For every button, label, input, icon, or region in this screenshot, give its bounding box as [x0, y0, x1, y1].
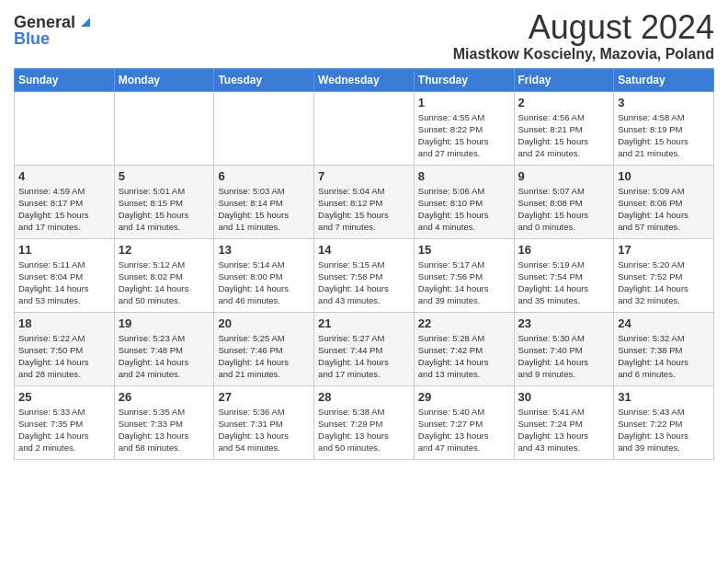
- table-row: 10Sunrise: 5:09 AMSunset: 8:06 PMDayligh…: [614, 165, 714, 238]
- day-number: 20: [218, 316, 310, 330]
- cell-info: Sunrise: 5:12 AMSunset: 8:02 PMDaylight:…: [119, 259, 210, 307]
- table-row: 28Sunrise: 5:38 AMSunset: 7:29 PMDayligh…: [314, 385, 415, 459]
- table-row: 5Sunrise: 5:01 AMSunset: 8:15 PMDaylight…: [114, 165, 214, 238]
- day-number: 16: [518, 243, 610, 257]
- cell-info: Sunrise: 4:56 AMSunset: 8:21 PMDaylight:…: [518, 111, 610, 160]
- header-saturday: Saturday: [614, 68, 714, 91]
- day-number: 22: [418, 316, 510, 330]
- calendar-week-row: 11Sunrise: 5:11 AMSunset: 8:04 PMDayligh…: [15, 238, 714, 312]
- day-number: 4: [18, 169, 110, 183]
- cell-info: Sunrise: 4:59 AMSunset: 8:17 PMDaylight:…: [18, 185, 110, 234]
- table-row: 24Sunrise: 5:32 AMSunset: 7:38 PMDayligh…: [614, 312, 714, 385]
- day-number: 11: [18, 243, 110, 257]
- day-number: 2: [518, 96, 610, 109]
- table-row: 20Sunrise: 5:25 AMSunset: 7:46 PMDayligh…: [214, 312, 314, 385]
- table-row: 29Sunrise: 5:40 AMSunset: 7:27 PMDayligh…: [414, 385, 514, 459]
- header-tuesday: Tuesday: [214, 68, 314, 91]
- calendar-header-row: Sunday Monday Tuesday Wednesday Thursday…: [15, 68, 714, 91]
- calendar-week-row: 25Sunrise: 5:33 AMSunset: 7:35 PMDayligh…: [15, 385, 714, 459]
- table-row: 9Sunrise: 5:07 AMSunset: 8:08 PMDaylight…: [514, 165, 614, 238]
- cell-info: Sunrise: 5:01 AMSunset: 8:15 PMDaylight:…: [119, 185, 210, 234]
- day-number: 15: [418, 243, 510, 257]
- cell-info: Sunrise: 4:55 AMSunset: 8:22 PMDaylight:…: [418, 111, 510, 160]
- location-title: Miastkow Koscielny, Mazovia, Poland: [453, 46, 714, 63]
- day-number: 12: [119, 243, 210, 257]
- table-row: 27Sunrise: 5:36 AMSunset: 7:31 PMDayligh…: [214, 385, 314, 459]
- table-row: [15, 91, 115, 165]
- table-row: [314, 91, 415, 165]
- title-section: August 2024 Miastkow Koscielny, Mazovia,…: [453, 9, 714, 63]
- header-monday: Monday: [114, 68, 214, 91]
- month-year-title: August 2024: [453, 9, 714, 46]
- header-sunday: Sunday: [15, 68, 115, 91]
- cell-info: Sunrise: 5:43 AMSunset: 7:22 PMDaylight:…: [618, 406, 710, 454]
- cell-info: Sunrise: 5:14 AMSunset: 8:00 PMDaylight:…: [218, 259, 310, 307]
- table-row: 11Sunrise: 5:11 AMSunset: 8:04 PMDayligh…: [15, 238, 115, 312]
- day-number: 13: [218, 243, 310, 257]
- day-number: 7: [318, 169, 410, 183]
- header-thursday: Thursday: [414, 68, 514, 91]
- cell-info: Sunrise: 5:19 AMSunset: 7:54 PMDaylight:…: [518, 259, 610, 307]
- day-number: 26: [119, 390, 210, 404]
- table-row: 15Sunrise: 5:17 AMSunset: 7:56 PMDayligh…: [414, 238, 514, 312]
- day-number: 21: [318, 316, 410, 330]
- table-row: 19Sunrise: 5:23 AMSunset: 7:48 PMDayligh…: [114, 312, 214, 385]
- cell-info: Sunrise: 5:15 AMSunset: 7:58 PMDaylight:…: [318, 259, 410, 307]
- day-number: 24: [618, 316, 710, 330]
- svg-marker-0: [81, 17, 90, 27]
- cell-info: Sunrise: 5:40 AMSunset: 7:27 PMDaylight:…: [418, 406, 510, 454]
- cell-info: Sunrise: 5:06 AMSunset: 8:10 PMDaylight:…: [418, 185, 510, 234]
- day-number: 23: [518, 316, 610, 330]
- day-number: 19: [119, 316, 210, 330]
- table-row: 12Sunrise: 5:12 AMSunset: 8:02 PMDayligh…: [114, 238, 214, 312]
- cell-info: Sunrise: 5:04 AMSunset: 8:12 PMDaylight:…: [318, 185, 410, 234]
- table-row: 26Sunrise: 5:35 AMSunset: 7:33 PMDayligh…: [114, 385, 214, 459]
- cell-info: Sunrise: 5:27 AMSunset: 7:44 PMDaylight:…: [318, 332, 410, 381]
- day-number: 17: [618, 243, 710, 257]
- cell-info: Sunrise: 5:41 AMSunset: 7:24 PMDaylight:…: [518, 406, 610, 454]
- day-number: 9: [518, 169, 610, 183]
- table-row: 18Sunrise: 5:22 AMSunset: 7:50 PMDayligh…: [15, 312, 115, 385]
- cell-info: Sunrise: 5:20 AMSunset: 7:52 PMDaylight:…: [618, 259, 710, 307]
- table-row: 25Sunrise: 5:33 AMSunset: 7:35 PMDayligh…: [15, 385, 115, 459]
- cell-info: Sunrise: 5:32 AMSunset: 7:38 PMDaylight:…: [618, 332, 710, 381]
- table-row: 16Sunrise: 5:19 AMSunset: 7:54 PMDayligh…: [514, 238, 614, 312]
- calendar-week-row: 1Sunrise: 4:55 AMSunset: 8:22 PMDaylight…: [15, 91, 714, 165]
- cell-info: Sunrise: 5:33 AMSunset: 7:35 PMDaylight:…: [18, 406, 110, 454]
- cell-info: Sunrise: 5:03 AMSunset: 8:14 PMDaylight:…: [218, 185, 310, 234]
- day-number: 5: [119, 169, 210, 183]
- cell-info: Sunrise: 4:58 AMSunset: 8:19 PMDaylight:…: [618, 111, 710, 160]
- day-number: 31: [618, 390, 710, 404]
- day-number: 3: [618, 96, 710, 109]
- logo-general-text: General: [14, 14, 75, 30]
- day-number: 29: [418, 390, 510, 404]
- table-row: 4Sunrise: 4:59 AMSunset: 8:17 PMDaylight…: [15, 165, 115, 238]
- cell-info: Sunrise: 5:25 AMSunset: 7:46 PMDaylight:…: [218, 332, 310, 381]
- cell-info: Sunrise: 5:11 AMSunset: 8:04 PMDaylight:…: [18, 259, 110, 307]
- cell-info: Sunrise: 5:22 AMSunset: 7:50 PMDaylight:…: [18, 332, 110, 381]
- logo-icon: [77, 14, 92, 29]
- day-number: 18: [18, 316, 110, 330]
- table-row: 22Sunrise: 5:28 AMSunset: 7:42 PMDayligh…: [414, 312, 514, 385]
- table-row: 6Sunrise: 5:03 AMSunset: 8:14 PMDaylight…: [214, 165, 314, 238]
- day-number: 28: [318, 390, 410, 404]
- cell-info: Sunrise: 5:17 AMSunset: 7:56 PMDaylight:…: [418, 259, 510, 307]
- table-row: [114, 91, 214, 165]
- table-row: 21Sunrise: 5:27 AMSunset: 7:44 PMDayligh…: [314, 312, 415, 385]
- table-row: 17Sunrise: 5:20 AMSunset: 7:52 PMDayligh…: [614, 238, 714, 312]
- day-number: 27: [218, 390, 310, 404]
- table-row: 7Sunrise: 5:04 AMSunset: 8:12 PMDaylight…: [314, 165, 415, 238]
- day-number: 10: [618, 169, 710, 183]
- cell-info: Sunrise: 5:36 AMSunset: 7:31 PMDaylight:…: [218, 406, 310, 454]
- table-row: 8Sunrise: 5:06 AMSunset: 8:10 PMDaylight…: [414, 165, 514, 238]
- day-number: 6: [218, 169, 310, 183]
- cell-info: Sunrise: 5:35 AMSunset: 7:33 PMDaylight:…: [119, 406, 210, 454]
- table-row: 2Sunrise: 4:56 AMSunset: 8:21 PMDaylight…: [514, 91, 614, 165]
- table-row: 23Sunrise: 5:30 AMSunset: 7:40 PMDayligh…: [514, 312, 614, 385]
- cell-info: Sunrise: 5:38 AMSunset: 7:29 PMDaylight:…: [318, 406, 410, 454]
- header-wednesday: Wednesday: [314, 68, 415, 91]
- day-number: 25: [18, 390, 110, 404]
- day-number: 14: [318, 243, 410, 257]
- cell-info: Sunrise: 5:30 AMSunset: 7:40 PMDaylight:…: [518, 332, 610, 381]
- day-number: 8: [418, 169, 510, 183]
